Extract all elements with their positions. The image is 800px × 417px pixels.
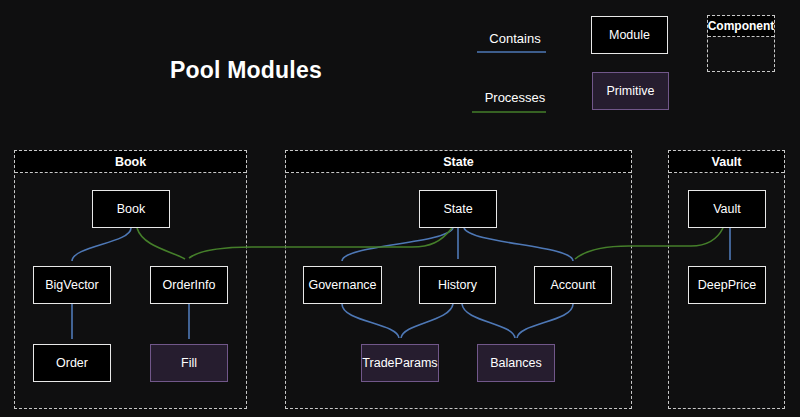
node-balances: Balances (477, 344, 555, 382)
node-state-label: State (443, 202, 472, 216)
node-book: Book (92, 190, 170, 228)
node-governance: Governance (303, 266, 382, 304)
node-balances-label: Balances (490, 356, 541, 370)
legend-module-box: Module (591, 16, 668, 54)
edge-history-tradeparams-contains (401, 304, 453, 338)
node-history-label: History (438, 278, 477, 292)
node-account-label: Account (550, 278, 595, 292)
node-tradeparams-label: TradeParams (362, 356, 437, 370)
node-bigvector: BigVector (33, 266, 111, 304)
node-state: State (419, 190, 497, 228)
legend-module-label: Module (609, 28, 650, 42)
node-bigvector-label: BigVector (45, 278, 99, 292)
node-order-label: Order (56, 356, 88, 370)
edge-book-orderinfo-processes (137, 228, 185, 259)
legend-primitive-label: Primitive (607, 84, 655, 98)
node-vault-label: Vault (713, 202, 741, 216)
node-deepprice-label: DeepPrice (698, 278, 756, 292)
edge-state-account-contains (464, 228, 573, 261)
node-book-label: Book (117, 202, 146, 216)
edge-account-balances-contains (517, 304, 573, 338)
node-history: History (419, 266, 496, 304)
node-order: Order (33, 344, 111, 382)
node-vault: Vault (688, 190, 766, 228)
node-governance-label: Governance (308, 278, 376, 292)
node-orderinfo: OrderInfo (150, 266, 228, 304)
node-fill: Fill (150, 344, 228, 382)
edge-history-balances-contains (462, 304, 515, 338)
node-orderinfo-label: OrderInfo (163, 278, 216, 292)
edge-state-orderinfo-processes (189, 228, 452, 258)
edge-vault-account-processes (575, 228, 723, 259)
node-deepprice: DeepPrice (688, 266, 766, 304)
edge-governance-tradeparams-contains (342, 304, 399, 338)
edge-state-governance-contains (342, 228, 453, 261)
diagram-canvas: Pool Modules Contains Processes Module P… (0, 0, 800, 417)
edge-book-bigvector-contains (72, 228, 131, 261)
legend-primitive-box: Primitive (592, 72, 669, 110)
node-account: Account (534, 266, 612, 304)
node-tradeparams: TradeParams (361, 344, 439, 382)
node-fill-label: Fill (181, 356, 197, 370)
